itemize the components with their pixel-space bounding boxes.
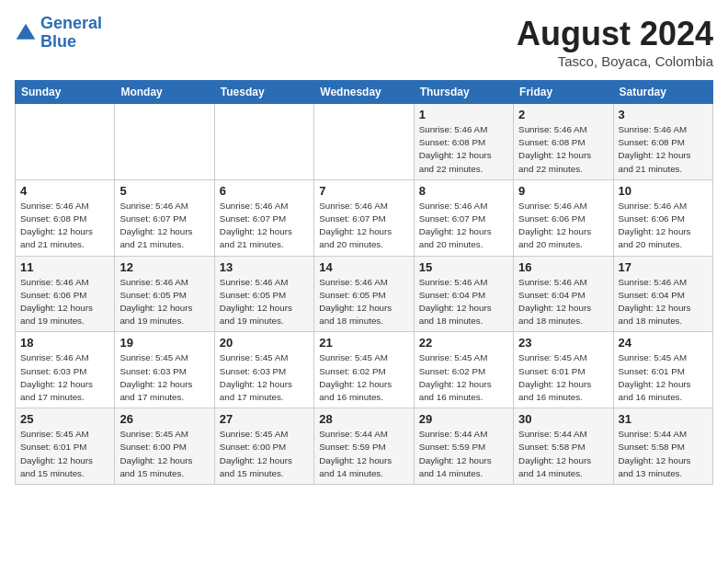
svg-marker-0 <box>17 24 36 40</box>
day-info: Sunrise: 5:46 AM Sunset: 6:08 PM Dayligh… <box>619 123 708 176</box>
day-number: 26 <box>119 412 209 426</box>
calendar-cell: 2Sunrise: 5:46 AM Sunset: 6:08 PM Daylig… <box>514 104 613 180</box>
calendar-cell: 23Sunrise: 5:45 AM Sunset: 6:01 PM Dayli… <box>514 332 613 408</box>
day-number: 20 <box>220 336 309 350</box>
logo-text: General Blue <box>40 15 102 52</box>
day-number: 31 <box>619 412 708 426</box>
day-number: 25 <box>20 412 109 426</box>
day-info: Sunrise: 5:46 AM Sunset: 6:04 PM Dayligh… <box>419 276 508 328</box>
day-info: Sunrise: 5:46 AM Sunset: 6:07 PM Dayligh… <box>419 200 508 252</box>
calendar-cell: 3Sunrise: 5:46 AM Sunset: 6:08 PM Daylig… <box>613 104 712 180</box>
day-info: Sunrise: 5:45 AM Sunset: 6:03 PM Dayligh… <box>220 351 309 404</box>
month-title: August 2024 <box>517 15 713 53</box>
day-number: 22 <box>419 336 508 350</box>
calendar-cell: 11Sunrise: 5:46 AM Sunset: 6:06 PM Dayli… <box>16 256 115 332</box>
calendar-cell: 9Sunrise: 5:46 AM Sunset: 6:06 PM Daylig… <box>514 179 613 256</box>
day-info: Sunrise: 5:45 AM Sunset: 6:02 PM Dayligh… <box>419 351 508 404</box>
calendar-table: SundayMondayTuesdayWednesdayThursdayFrid… <box>15 80 713 485</box>
calendar-cell: 13Sunrise: 5:46 AM Sunset: 6:05 PM Dayli… <box>214 256 313 332</box>
calendar-cell: 17Sunrise: 5:46 AM Sunset: 6:04 PM Dayli… <box>613 256 712 332</box>
day-number: 17 <box>619 260 708 274</box>
calendar-cell: 28Sunrise: 5:44 AM Sunset: 5:59 PM Dayli… <box>314 408 414 485</box>
day-info: Sunrise: 5:46 AM Sunset: 6:08 PM Dayligh… <box>20 200 109 252</box>
calendar-week-4: 18Sunrise: 5:46 AM Sunset: 6:03 PM Dayli… <box>16 332 713 408</box>
day-info: Sunrise: 5:44 AM Sunset: 5:59 PM Dayligh… <box>319 428 408 480</box>
day-number: 23 <box>518 336 608 350</box>
day-info: Sunrise: 5:45 AM Sunset: 6:01 PM Dayligh… <box>518 351 608 404</box>
weekday-header-friday: Friday <box>514 81 613 104</box>
day-info: Sunrise: 5:45 AM Sunset: 6:01 PM Dayligh… <box>20 428 109 480</box>
day-number: 6 <box>220 184 309 198</box>
calendar-week-1: 1Sunrise: 5:46 AM Sunset: 6:08 PM Daylig… <box>16 104 713 180</box>
day-number: 13 <box>220 260 309 274</box>
calendar-cell: 5Sunrise: 5:46 AM Sunset: 6:07 PM Daylig… <box>115 179 214 256</box>
logo-icon <box>15 22 37 44</box>
calendar-cell: 14Sunrise: 5:46 AM Sunset: 6:05 PM Dayli… <box>314 256 414 332</box>
weekday-row: SundayMondayTuesdayWednesdayThursdayFrid… <box>16 81 713 104</box>
day-number: 10 <box>619 184 708 198</box>
location-title: Tasco, Boyaca, Colombia <box>517 53 713 69</box>
calendar-cell: 10Sunrise: 5:46 AM Sunset: 6:06 PM Dayli… <box>613 179 712 256</box>
day-number: 14 <box>319 260 408 274</box>
day-number: 30 <box>518 412 608 426</box>
day-info: Sunrise: 5:46 AM Sunset: 6:05 PM Dayligh… <box>119 276 209 328</box>
calendar-cell: 12Sunrise: 5:46 AM Sunset: 6:05 PM Dayli… <box>115 256 214 332</box>
day-info: Sunrise: 5:45 AM Sunset: 6:01 PM Dayligh… <box>619 351 708 404</box>
calendar-cell: 30Sunrise: 5:44 AM Sunset: 5:58 PM Dayli… <box>514 408 613 485</box>
calendar-cell: 26Sunrise: 5:45 AM Sunset: 6:00 PM Dayli… <box>115 408 214 485</box>
weekday-header-wednesday: Wednesday <box>314 81 414 104</box>
calendar-cell <box>115 104 214 180</box>
calendar-cell: 29Sunrise: 5:44 AM Sunset: 5:59 PM Dayli… <box>414 408 513 485</box>
day-info: Sunrise: 5:46 AM Sunset: 6:07 PM Dayligh… <box>119 200 209 252</box>
day-number: 21 <box>319 336 408 350</box>
calendar-header: SundayMondayTuesdayWednesdayThursdayFrid… <box>16 81 713 104</box>
calendar-week-3: 11Sunrise: 5:46 AM Sunset: 6:06 PM Dayli… <box>16 256 713 332</box>
calendar-week-2: 4Sunrise: 5:46 AM Sunset: 6:08 PM Daylig… <box>16 179 713 256</box>
calendar-cell: 25Sunrise: 5:45 AM Sunset: 6:01 PM Dayli… <box>16 408 115 485</box>
calendar-cell: 7Sunrise: 5:46 AM Sunset: 6:07 PM Daylig… <box>314 179 414 256</box>
day-number: 29 <box>419 412 508 426</box>
day-info: Sunrise: 5:45 AM Sunset: 6:03 PM Dayligh… <box>119 351 209 404</box>
weekday-header-monday: Monday <box>115 81 214 104</box>
calendar-cell: 18Sunrise: 5:46 AM Sunset: 6:03 PM Dayli… <box>16 332 115 408</box>
day-info: Sunrise: 5:44 AM Sunset: 5:58 PM Dayligh… <box>619 428 708 480</box>
day-number: 15 <box>419 260 508 274</box>
day-number: 27 <box>220 412 309 426</box>
day-number: 2 <box>518 108 608 121</box>
title-block: August 2024 Tasco, Boyaca, Colombia <box>517 15 713 69</box>
day-number: 12 <box>119 260 209 274</box>
day-info: Sunrise: 5:45 AM Sunset: 6:02 PM Dayligh… <box>319 351 408 404</box>
day-number: 16 <box>518 260 608 274</box>
calendar-body: 1Sunrise: 5:46 AM Sunset: 6:08 PM Daylig… <box>16 104 713 485</box>
day-info: Sunrise: 5:46 AM Sunset: 6:08 PM Dayligh… <box>419 123 508 176</box>
weekday-header-sunday: Sunday <box>16 81 115 104</box>
day-info: Sunrise: 5:46 AM Sunset: 6:05 PM Dayligh… <box>220 276 309 328</box>
day-info: Sunrise: 5:46 AM Sunset: 6:04 PM Dayligh… <box>518 276 608 328</box>
calendar-cell: 4Sunrise: 5:46 AM Sunset: 6:08 PM Daylig… <box>16 179 115 256</box>
day-number: 7 <box>319 184 408 198</box>
day-number: 11 <box>20 260 109 274</box>
day-number: 8 <box>419 184 508 198</box>
day-info: Sunrise: 5:46 AM Sunset: 6:04 PM Dayligh… <box>619 276 708 328</box>
day-info: Sunrise: 5:46 AM Sunset: 6:06 PM Dayligh… <box>20 276 109 328</box>
day-number: 24 <box>619 336 708 350</box>
calendar-cell: 19Sunrise: 5:45 AM Sunset: 6:03 PM Dayli… <box>115 332 214 408</box>
calendar-cell: 8Sunrise: 5:46 AM Sunset: 6:07 PM Daylig… <box>414 179 513 256</box>
day-info: Sunrise: 5:45 AM Sunset: 6:00 PM Dayligh… <box>119 428 209 480</box>
day-info: Sunrise: 5:45 AM Sunset: 6:00 PM Dayligh… <box>220 428 309 480</box>
calendar-cell <box>16 104 115 180</box>
day-info: Sunrise: 5:46 AM Sunset: 6:06 PM Dayligh… <box>619 200 708 252</box>
calendar-cell: 15Sunrise: 5:46 AM Sunset: 6:04 PM Dayli… <box>414 256 513 332</box>
day-info: Sunrise: 5:46 AM Sunset: 6:08 PM Dayligh… <box>518 123 608 176</box>
logo: General Blue <box>15 15 102 52</box>
day-number: 3 <box>619 108 708 121</box>
calendar-cell: 1Sunrise: 5:46 AM Sunset: 6:08 PM Daylig… <box>414 104 513 180</box>
day-number: 18 <box>20 336 109 350</box>
calendar-cell <box>214 104 313 180</box>
calendar-week-5: 25Sunrise: 5:45 AM Sunset: 6:01 PM Dayli… <box>16 408 713 485</box>
day-number: 1 <box>419 108 508 121</box>
calendar-cell: 6Sunrise: 5:46 AM Sunset: 6:07 PM Daylig… <box>214 179 313 256</box>
calendar-cell: 16Sunrise: 5:46 AM Sunset: 6:04 PM Dayli… <box>514 256 613 332</box>
day-number: 19 <box>119 336 209 350</box>
day-number: 28 <box>319 412 408 426</box>
